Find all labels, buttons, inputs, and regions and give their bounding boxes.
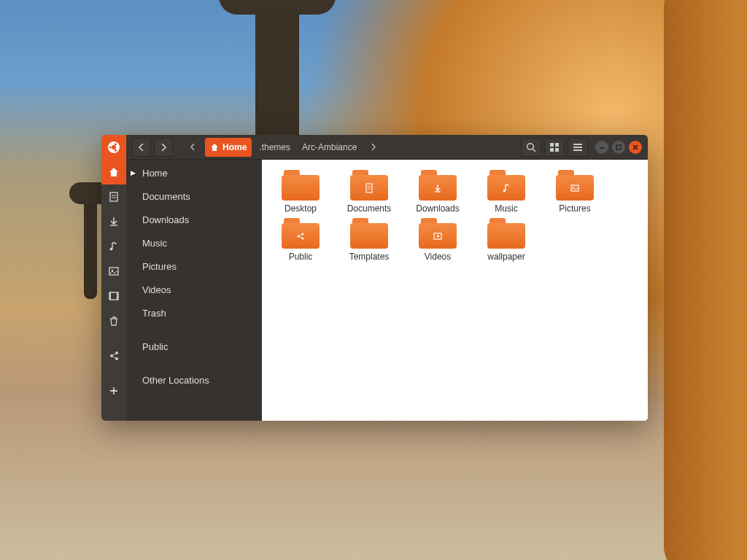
folder-label: Downloads	[416, 203, 459, 214]
folder-documents[interactable]: Documents	[338, 170, 400, 214]
svg-point-4	[115, 149, 117, 151]
svg-rect-26	[117, 292, 118, 300]
folder-label: Templates	[349, 252, 390, 262]
svg-rect-7	[550, 143, 554, 147]
folder-label: Videos	[425, 252, 451, 262]
folder-videos[interactable]: Videos	[406, 218, 469, 262]
svg-point-1	[112, 145, 116, 149]
folder-pictures[interactable]: Pictures	[543, 170, 606, 214]
sidebar-item-public[interactable]: Public	[126, 335, 262, 358]
svg-rect-8	[555, 143, 559, 147]
svg-point-41	[301, 233, 303, 235]
sidebar-item-music[interactable]: Music	[126, 231, 262, 254]
sidebar-item-label: Other Locations	[142, 375, 209, 386]
folder-downloads[interactable]: Downloads	[406, 170, 469, 214]
folder-templates[interactable]: Templates	[338, 218, 400, 262]
breadcrumb-home-label: Home	[222, 142, 247, 152]
videos-icon[interactable]	[101, 284, 126, 308]
sidebar-item-trash[interactable]: Trash	[126, 301, 262, 324]
sidebar-item-pictures[interactable]: Pictures	[126, 254, 262, 278]
sidebar-item-label: Videos	[142, 284, 171, 295]
folder-label: Desktop	[285, 203, 317, 214]
search-button[interactable]	[521, 138, 541, 157]
svg-rect-15	[616, 145, 621, 149]
other-locations-icon[interactable]	[101, 378, 126, 403]
folder-label: Public	[289, 252, 313, 262]
breadcrumb-arc-ambiance[interactable]: Arc-Ambiance	[298, 138, 361, 157]
path-next-button[interactable]	[364, 138, 383, 157]
hamburger-menu-button[interactable]	[568, 138, 588, 157]
folder-icon	[487, 218, 525, 249]
folder-music[interactable]: Music	[475, 170, 538, 214]
sidebar-item-home[interactable]: ▶Home	[126, 161, 262, 184]
svg-point-5	[527, 143, 533, 149]
folder-label: Music	[495, 203, 517, 214]
sidebar-item-other-locations[interactable]: Other Locations	[126, 368, 262, 392]
folder-icon	[282, 170, 320, 201]
file-manager-window: Home .themes Arc-Ambiance ▶HomeDocuments…	[101, 135, 648, 421]
sidebar-item-label: Pictures	[142, 261, 177, 272]
trash-icon[interactable]	[101, 308, 126, 333]
sidebar-item-label: Trash	[142, 308, 166, 319]
back-button[interactable]	[132, 138, 151, 157]
sidebar-item-documents[interactable]: Documents	[126, 184, 262, 208]
ubuntu-logo-icon[interactable]	[101, 135, 126, 160]
sidebar-item-label: Home	[142, 168, 168, 179]
folder-icon	[350, 218, 388, 249]
launcher-rail	[101, 160, 126, 421]
sidebar-item-label: Documents	[142, 191, 190, 202]
folder-icon	[350, 170, 388, 201]
svg-point-37	[503, 189, 506, 192]
sidebar-item-downloads[interactable]: Downloads	[126, 208, 262, 231]
file-grid: DesktopDocumentsDownloadsMusicPicturesPu…	[262, 160, 648, 421]
svg-point-3	[115, 143, 117, 145]
sidebar-item-label: Public	[142, 341, 168, 352]
svg-line-30	[113, 354, 116, 355]
svg-line-43	[299, 234, 302, 236]
public-icon[interactable]	[101, 343, 126, 368]
folder-wallpaper[interactable]: wallpaper	[475, 218, 538, 262]
home-icon[interactable]	[101, 160, 126, 184]
titlebar: Home .themes Arc-Ambiance	[101, 135, 648, 160]
folder-icon	[419, 218, 457, 249]
folder-icon	[487, 170, 525, 201]
music-icon[interactable]	[101, 234, 126, 259]
sidebar-item-label: Downloads	[142, 214, 189, 225]
folder-label: Pictures	[559, 203, 590, 214]
svg-point-42	[301, 237, 303, 239]
minimize-button[interactable]	[595, 141, 608, 154]
breadcrumb-themes[interactable]: .themes	[255, 138, 295, 157]
folder-label: Documents	[347, 203, 392, 214]
svg-rect-10	[555, 148, 559, 152]
places-sidebar: ▶HomeDocumentsDownloadsMusicPicturesVide…	[126, 160, 262, 421]
folder-icon	[282, 218, 320, 249]
folder-icon	[556, 170, 594, 201]
folder-icon	[419, 170, 457, 201]
svg-line-31	[113, 357, 116, 358]
maximize-button[interactable]	[612, 141, 625, 154]
sidebar-item-videos[interactable]: Videos	[126, 278, 262, 301]
svg-line-44	[299, 236, 302, 238]
documents-icon[interactable]	[101, 184, 126, 209]
folder-label: wallpaper	[487, 252, 525, 262]
svg-point-21	[110, 248, 113, 251]
forward-button[interactable]	[154, 138, 173, 157]
folder-desktop[interactable]: Desktop	[269, 170, 332, 214]
svg-line-6	[533, 149, 535, 152]
breadcrumb-home[interactable]: Home	[205, 138, 252, 157]
pictures-icon[interactable]	[101, 259, 126, 284]
svg-rect-34	[366, 184, 372, 192]
view-grid-button[interactable]	[544, 138, 565, 157]
svg-point-2	[109, 146, 112, 148]
svg-rect-25	[109, 292, 111, 300]
folder-public[interactable]: Public	[269, 218, 332, 262]
downloads-icon[interactable]	[101, 209, 126, 234]
sidebar-item-label: Music	[142, 238, 167, 249]
close-button[interactable]	[629, 141, 642, 154]
svg-rect-18	[110, 192, 117, 201]
svg-rect-9	[550, 148, 554, 152]
path-prev-button[interactable]	[183, 138, 202, 157]
